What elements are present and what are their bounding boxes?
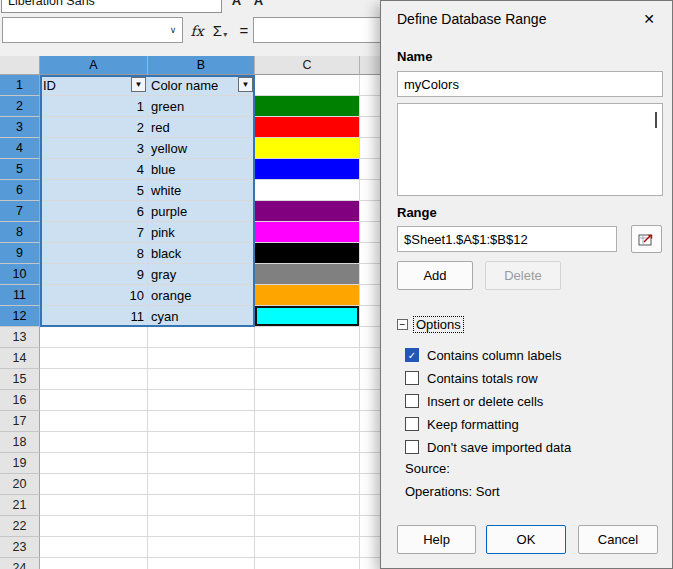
cell-B6[interactable]: white <box>148 180 255 201</box>
cell-B18[interactable] <box>148 432 255 453</box>
cell-A12[interactable]: 11 <box>40 306 148 327</box>
row-header-20[interactable]: 20 <box>0 474 40 495</box>
checkbox-row-don-t-save-imported-data[interactable]: Don't save imported data <box>405 439 571 455</box>
checkbox-row-keep-formatting[interactable]: Keep formatting <box>405 416 519 432</box>
column-header-B[interactable]: B <box>148 56 255 75</box>
cell-B20[interactable] <box>148 474 255 495</box>
row-header-24[interactable]: 24 <box>0 558 40 569</box>
help-button[interactable]: Help <box>397 525 476 554</box>
row-header-6[interactable]: 6 <box>0 180 40 201</box>
toolbar-icon-stub-2[interactable]: A <box>250 0 267 10</box>
row-header-13[interactable]: 13 <box>0 327 40 348</box>
cell-B19[interactable] <box>148 453 255 474</box>
cell-C17[interactable] <box>255 411 360 432</box>
cell-C11[interactable] <box>255 285 360 306</box>
cell-C8[interactable] <box>255 222 360 243</box>
cell-A3[interactable]: 2 <box>40 117 148 138</box>
cell-C12[interactable] <box>255 306 360 327</box>
autofilter-button-B1[interactable]: ▼ <box>238 77 253 92</box>
cell-B4[interactable]: yellow <box>148 138 255 159</box>
row-header-22[interactable]: 22 <box>0 516 40 537</box>
cell-C13[interactable] <box>255 327 360 348</box>
cell-A15[interactable] <box>40 369 148 390</box>
cell-D4[interactable] <box>360 138 381 159</box>
select-all-corner[interactable] <box>0 56 40 75</box>
formula-button[interactable]: = <box>236 17 252 43</box>
cell-D21[interactable] <box>360 495 381 516</box>
cell-B24[interactable] <box>148 558 255 569</box>
ok-button[interactable]: OK <box>486 525 566 554</box>
row-header-17[interactable]: 17 <box>0 411 40 432</box>
column-header-C[interactable]: C <box>255 56 360 75</box>
cell-C14[interactable] <box>255 348 360 369</box>
checkbox-keep-formatting[interactable] <box>405 417 419 431</box>
checkbox-don-t-save-imported-data[interactable] <box>405 440 419 454</box>
cancel-button[interactable]: Cancel <box>578 525 658 554</box>
cell-D10[interactable] <box>360 264 381 285</box>
row-header-9[interactable]: 9 <box>0 243 40 264</box>
cell-C23[interactable] <box>255 537 360 558</box>
checkbox-row-contains-column-labels[interactable]: ✓Contains column labels <box>405 347 561 363</box>
cell-B21[interactable] <box>148 495 255 516</box>
cell-C10[interactable] <box>255 264 360 285</box>
cell-A23[interactable] <box>40 537 148 558</box>
cell-C6[interactable] <box>255 180 360 201</box>
row-header-4[interactable]: 4 <box>0 138 40 159</box>
function-wizard-button[interactable]: fx <box>186 17 208 43</box>
options-expander[interactable]: − Options <box>397 316 464 333</box>
autofilter-button-A1[interactable]: ▼ <box>131 77 146 92</box>
cell-B15[interactable] <box>148 369 255 390</box>
cell-A7[interactable]: 6 <box>40 201 148 222</box>
cell-C18[interactable] <box>255 432 360 453</box>
cell-B5[interactable]: blue <box>148 159 255 180</box>
add-button[interactable]: Add <box>397 261 473 290</box>
cell-B17[interactable] <box>148 411 255 432</box>
row-header-19[interactable]: 19 <box>0 453 40 474</box>
cell-B8[interactable]: pink <box>148 222 255 243</box>
cell-A2[interactable]: 1 <box>40 96 148 117</box>
cell-B16[interactable] <box>148 390 255 411</box>
cell-A8[interactable]: 7 <box>40 222 148 243</box>
cell-C5[interactable] <box>255 159 360 180</box>
cell-C15[interactable] <box>255 369 360 390</box>
cell-C7[interactable] <box>255 201 360 222</box>
cell-D16[interactable] <box>360 390 381 411</box>
cell-D20[interactable] <box>360 474 381 495</box>
cell-D11[interactable] <box>360 285 381 306</box>
row-header-5[interactable]: 5 <box>0 159 40 180</box>
row-header-3[interactable]: 3 <box>0 117 40 138</box>
cell-B7[interactable]: purple <box>148 201 255 222</box>
cell-D3[interactable] <box>360 117 381 138</box>
cell-C9[interactable] <box>255 243 360 264</box>
cell-D7[interactable] <box>360 201 381 222</box>
row-header-2[interactable]: 2 <box>0 96 40 117</box>
name-box-dropdown-icon[interactable]: ∨ <box>164 25 182 35</box>
cell-D8[interactable] <box>360 222 381 243</box>
cell-C24[interactable] <box>255 558 360 569</box>
cell-D12[interactable] <box>360 306 381 327</box>
listbox-scrollbar-thumb[interactable] <box>655 112 657 128</box>
cell-C19[interactable] <box>255 453 360 474</box>
row-header-16[interactable]: 16 <box>0 390 40 411</box>
cell-D23[interactable] <box>360 537 381 558</box>
cell-A14[interactable] <box>40 348 148 369</box>
cell-A17[interactable] <box>40 411 148 432</box>
cell-A9[interactable]: 8 <box>40 243 148 264</box>
row-header-1[interactable]: 1 <box>0 75 40 96</box>
cell-B10[interactable]: gray <box>148 264 255 285</box>
name-box-input[interactable]: ∨ <box>2 17 183 43</box>
cell-A4[interactable]: 3 <box>40 138 148 159</box>
checkbox-row-insert-or-delete-cells[interactable]: Insert or delete cells <box>405 393 543 409</box>
checkbox-row-contains-totals-row[interactable]: Contains totals row <box>405 370 538 386</box>
shrink-button[interactable] <box>631 225 662 253</box>
cell-D13[interactable] <box>360 327 381 348</box>
range-name-input[interactable] <box>397 71 663 97</box>
checkbox-contains-totals-row[interactable] <box>405 371 419 385</box>
delete-button[interactable]: Delete <box>485 261 561 290</box>
cell-A10[interactable]: 9 <box>40 264 148 285</box>
cell-B13[interactable] <box>148 327 255 348</box>
cell-A6[interactable]: 5 <box>40 180 148 201</box>
cell-D9[interactable] <box>360 243 381 264</box>
cell-D1[interactable] <box>360 75 381 96</box>
font-name-combobox[interactable]: Liberation Sans <box>1 0 222 13</box>
